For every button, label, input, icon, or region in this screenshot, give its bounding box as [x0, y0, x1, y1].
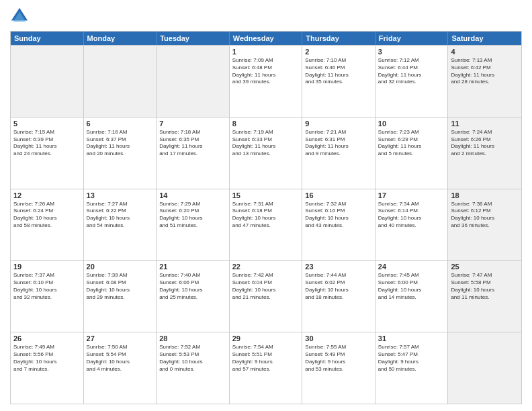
day-number: 31 [378, 334, 445, 342]
header-day-tuesday: Tuesday [157, 32, 230, 45]
day-info: Sunrise: 7:26 AM Sunset: 6:24 PM Dayligh… [13, 201, 81, 230]
day-number: 4 [451, 48, 519, 56]
day-info: Sunrise: 7:39 AM Sunset: 6:08 PM Dayligh… [87, 272, 154, 301]
calendar-row-0: 1Sunrise: 7:09 AM Sunset: 6:48 PM Daylig… [11, 45, 521, 117]
header-day-thursday: Thursday [302, 32, 375, 45]
logo-icon [10, 7, 29, 26]
header-day-sunday: Sunday [11, 32, 84, 45]
calendar-cell [157, 46, 230, 117]
logo [10, 7, 31, 26]
day-info: Sunrise: 7:45 AM Sunset: 6:00 PM Dayligh… [378, 272, 445, 301]
calendar-cell: 23Sunrise: 7:44 AM Sunset: 6:02 PM Dayli… [302, 261, 375, 332]
calendar-cell [448, 332, 521, 404]
day-info: Sunrise: 7:34 AM Sunset: 6:14 PM Dayligh… [378, 201, 445, 230]
calendar-body: 1Sunrise: 7:09 AM Sunset: 6:48 PM Daylig… [11, 45, 521, 404]
day-info: Sunrise: 7:54 AM Sunset: 5:51 PM Dayligh… [232, 344, 300, 373]
day-number: 13 [87, 191, 154, 199]
calendar-row-4: 26Sunrise: 7:49 AM Sunset: 5:56 PM Dayli… [11, 332, 521, 404]
header-day-friday: Friday [375, 32, 449, 45]
day-info: Sunrise: 7:24 AM Sunset: 6:26 PM Dayligh… [451, 129, 519, 158]
calendar-cell: 29Sunrise: 7:54 AM Sunset: 5:51 PM Dayli… [230, 332, 303, 404]
calendar-cell [11, 46, 84, 117]
calendar-cell: 1Sunrise: 7:09 AM Sunset: 6:48 PM Daylig… [230, 46, 303, 117]
page: SundayMondayTuesdayWednesdayThursdayFrid… [0, 0, 532, 411]
calendar-header: SundayMondayTuesdayWednesdayThursdayFrid… [11, 32, 521, 45]
day-number: 2 [305, 48, 372, 56]
calendar-cell: 12Sunrise: 7:26 AM Sunset: 6:24 PM Dayli… [11, 189, 84, 261]
day-info: Sunrise: 7:12 AM Sunset: 6:44 PM Dayligh… [378, 57, 445, 86]
calendar: SundayMondayTuesdayWednesdayThursdayFrid… [10, 31, 522, 404]
calendar-cell: 20Sunrise: 7:39 AM Sunset: 6:08 PM Dayli… [84, 261, 157, 332]
calendar-cell: 15Sunrise: 7:31 AM Sunset: 6:18 PM Dayli… [230, 189, 303, 261]
day-info: Sunrise: 7:18 AM Sunset: 6:35 PM Dayligh… [159, 129, 226, 158]
day-info: Sunrise: 7:19 AM Sunset: 6:33 PM Dayligh… [232, 129, 300, 158]
day-info: Sunrise: 7:16 AM Sunset: 6:37 PM Dayligh… [87, 129, 154, 158]
day-number: 11 [451, 120, 519, 128]
calendar-cell: 13Sunrise: 7:27 AM Sunset: 6:22 PM Dayli… [84, 189, 157, 261]
day-info: Sunrise: 7:15 AM Sunset: 6:39 PM Dayligh… [13, 129, 81, 158]
day-number: 29 [232, 334, 300, 342]
day-number: 6 [87, 120, 154, 128]
day-info: Sunrise: 7:47 AM Sunset: 5:58 PM Dayligh… [451, 272, 519, 301]
day-number: 12 [13, 191, 81, 199]
day-number: 22 [232, 263, 300, 271]
header-day-wednesday: Wednesday [230, 32, 303, 45]
day-info: Sunrise: 7:42 AM Sunset: 6:04 PM Dayligh… [232, 272, 300, 301]
day-number: 28 [159, 334, 226, 342]
day-number: 14 [159, 191, 226, 199]
day-info: Sunrise: 7:57 AM Sunset: 5:47 PM Dayligh… [378, 344, 445, 373]
calendar-cell: 9Sunrise: 7:21 AM Sunset: 6:31 PM Daylig… [302, 118, 375, 189]
calendar-row-3: 19Sunrise: 7:37 AM Sunset: 6:10 PM Dayli… [11, 260, 521, 332]
calendar-cell: 19Sunrise: 7:37 AM Sunset: 6:10 PM Dayli… [11, 261, 84, 332]
day-number: 30 [305, 334, 372, 342]
calendar-cell: 18Sunrise: 7:36 AM Sunset: 6:12 PM Dayli… [448, 189, 521, 261]
header-day-monday: Monday [84, 32, 157, 45]
day-info: Sunrise: 7:36 AM Sunset: 6:12 PM Dayligh… [451, 201, 519, 230]
calendar-cell: 22Sunrise: 7:42 AM Sunset: 6:04 PM Dayli… [230, 261, 303, 332]
calendar-cell: 16Sunrise: 7:32 AM Sunset: 6:16 PM Dayli… [302, 189, 375, 261]
calendar-cell: 3Sunrise: 7:12 AM Sunset: 6:44 PM Daylig… [375, 46, 449, 117]
day-number: 25 [451, 263, 519, 271]
day-info: Sunrise: 7:27 AM Sunset: 6:22 PM Dayligh… [87, 201, 154, 230]
calendar-cell: 21Sunrise: 7:40 AM Sunset: 6:06 PM Dayli… [157, 261, 230, 332]
day-number: 24 [378, 263, 445, 271]
day-number: 9 [305, 120, 372, 128]
calendar-cell: 27Sunrise: 7:50 AM Sunset: 5:54 PM Dayli… [84, 332, 157, 404]
day-info: Sunrise: 7:10 AM Sunset: 6:46 PM Dayligh… [305, 57, 372, 86]
day-info: Sunrise: 7:49 AM Sunset: 5:56 PM Dayligh… [13, 344, 81, 373]
day-info: Sunrise: 7:23 AM Sunset: 6:29 PM Dayligh… [378, 129, 445, 158]
day-number: 17 [378, 191, 445, 199]
day-info: Sunrise: 7:13 AM Sunset: 6:42 PM Dayligh… [451, 57, 519, 86]
calendar-row-1: 5Sunrise: 7:15 AM Sunset: 6:39 PM Daylig… [11, 117, 521, 189]
day-info: Sunrise: 7:55 AM Sunset: 5:49 PM Dayligh… [305, 344, 372, 373]
calendar-cell: 24Sunrise: 7:45 AM Sunset: 6:00 PM Dayli… [375, 261, 449, 332]
calendar-cell: 28Sunrise: 7:52 AM Sunset: 5:53 PM Dayli… [157, 332, 230, 404]
day-number: 1 [232, 48, 300, 56]
day-number: 20 [87, 263, 154, 271]
day-number: 15 [232, 191, 300, 199]
day-info: Sunrise: 7:31 AM Sunset: 6:18 PM Dayligh… [232, 201, 300, 230]
calendar-cell: 7Sunrise: 7:18 AM Sunset: 6:35 PM Daylig… [157, 118, 230, 189]
calendar-cell [84, 46, 157, 117]
header [10, 7, 522, 26]
day-number: 26 [13, 334, 81, 342]
calendar-cell: 5Sunrise: 7:15 AM Sunset: 6:39 PM Daylig… [11, 118, 84, 189]
calendar-cell: 25Sunrise: 7:47 AM Sunset: 5:58 PM Dayli… [448, 261, 521, 332]
day-info: Sunrise: 7:50 AM Sunset: 5:54 PM Dayligh… [87, 344, 154, 373]
day-info: Sunrise: 7:09 AM Sunset: 6:48 PM Dayligh… [232, 57, 300, 86]
calendar-cell: 11Sunrise: 7:24 AM Sunset: 6:26 PM Dayli… [448, 118, 521, 189]
day-number: 27 [87, 334, 154, 342]
calendar-cell: 8Sunrise: 7:19 AM Sunset: 6:33 PM Daylig… [230, 118, 303, 189]
day-number: 16 [305, 191, 372, 199]
day-number: 18 [451, 191, 519, 199]
day-number: 7 [159, 120, 226, 128]
calendar-cell: 14Sunrise: 7:29 AM Sunset: 6:20 PM Dayli… [157, 189, 230, 261]
calendar-cell: 30Sunrise: 7:55 AM Sunset: 5:49 PM Dayli… [302, 332, 375, 404]
day-number: 5 [13, 120, 81, 128]
calendar-cell: 6Sunrise: 7:16 AM Sunset: 6:37 PM Daylig… [84, 118, 157, 189]
calendar-cell: 2Sunrise: 7:10 AM Sunset: 6:46 PM Daylig… [302, 46, 375, 117]
calendar-cell: 4Sunrise: 7:13 AM Sunset: 6:42 PM Daylig… [448, 46, 521, 117]
day-info: Sunrise: 7:40 AM Sunset: 6:06 PM Dayligh… [159, 272, 226, 301]
day-info: Sunrise: 7:21 AM Sunset: 6:31 PM Dayligh… [305, 129, 372, 158]
calendar-cell: 17Sunrise: 7:34 AM Sunset: 6:14 PM Dayli… [375, 189, 449, 261]
